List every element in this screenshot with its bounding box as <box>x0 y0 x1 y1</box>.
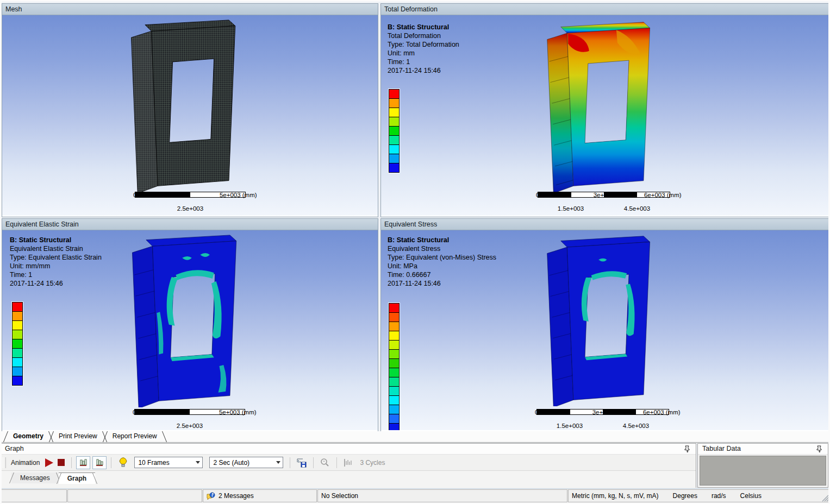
chevron-down-icon <box>273 457 283 468</box>
animation-label: Animation <box>9 459 44 467</box>
resize-grip-icon[interactable] <box>821 494 829 502</box>
color-legend <box>389 303 400 430</box>
viewport-total-deformation-title: Total Deformation <box>381 4 829 15</box>
cycles-icon <box>341 456 355 469</box>
viewport-equivalent-stress-title: Equivalent Stress <box>381 219 829 230</box>
viewport-elastic-strain-canvas[interactable]: B: Static Structural Equivalent Elastic … <box>2 230 378 430</box>
cycles-count-label: 3 Cycles <box>360 459 385 467</box>
tab-print-preview[interactable]: Print Preview <box>51 431 105 442</box>
tab-geometry[interactable]: Geometry <box>5 431 51 442</box>
result-annotation: B: Static Structural Total Deformation T… <box>388 23 459 75</box>
deformation-scale-ruler: 0 3e+003 6e+003 (mm) 1.5e+003 4.5e+003 <box>538 185 670 198</box>
tab-graph[interactable]: Graph <box>59 472 95 484</box>
frames-select[interactable]: 10 Frames <box>134 457 203 468</box>
graph-tab-bar: Messages Graph <box>1 471 696 489</box>
status-segment-empty <box>1 489 67 502</box>
update-contours-icon[interactable] <box>76 456 90 469</box>
strain-model <box>118 232 255 407</box>
play-icon[interactable] <box>45 458 53 467</box>
deformation-model <box>538 20 664 192</box>
export-video-icon[interactable] <box>295 456 309 469</box>
color-legend <box>12 302 23 386</box>
status-units[interactable]: Metric (mm, kg, N, s, mV, mA) Degrees ra… <box>568 489 830 502</box>
viewport-equivalent-stress: Equivalent Stress B: Static Structural E… <box>380 218 829 432</box>
viewport-mesh-canvas[interactable]: 0 5e+003 (mm) 2.5e+003 <box>2 15 378 216</box>
chevron-down-icon <box>193 457 202 468</box>
mesh-scale-ruler: 0 5e+003 (mm) 2.5e+003 <box>135 185 246 198</box>
graph-panel-title: Graph <box>5 445 24 452</box>
update-legend-icon[interactable] <box>92 456 107 469</box>
graph-panel-header: Graph <box>1 444 696 455</box>
pin-icon[interactable] <box>684 445 690 452</box>
result-tracker-icon[interactable] <box>318 456 332 469</box>
tabular-data-header: Tabular Data <box>698 444 828 455</box>
status-messages[interactable]: 2 Messages <box>203 489 317 502</box>
info-icon <box>207 492 215 500</box>
viewport-elastic-strain-title: Equivalent Elastic Strain <box>2 219 378 230</box>
status-selection: No Selection <box>317 489 567 502</box>
status-bar: 2 Messages No Selection Metric (mm, kg, … <box>0 488 830 503</box>
result-annotation: B: Static Structural Equivalent Stress T… <box>388 236 496 288</box>
tabular-data-title: Tabular Data <box>702 445 741 452</box>
color-legend <box>389 89 400 173</box>
stress-scale-ruler: 0 3e+003 6e+003 (mm) 1.5e+003 4.5e+003 <box>536 402 669 415</box>
pin-icon[interactable] <box>816 445 822 452</box>
viewport-equivalent-stress-canvas[interactable]: B: Static Structural Equivalent Stress T… <box>381 230 829 430</box>
graph-panel: Graph Animation 10 Frames <box>0 443 696 488</box>
stress-model <box>538 234 664 406</box>
strain-scale-ruler: 0 5e+003 (mm) 2.5e+003 <box>134 402 245 415</box>
viewport-total-deformation-canvas[interactable]: B: Static Structural Total Deformation T… <box>381 15 829 216</box>
tabular-data-grid[interactable] <box>700 456 826 486</box>
duration-select[interactable]: 2 Sec (Auto) <box>209 457 283 468</box>
view-tab-bar: Geometry Print Preview Report Preview <box>0 431 830 443</box>
animation-toolbar: Animation 10 Frames 2 Sec (Auto) <box>1 455 696 471</box>
toolbar-grip[interactable] <box>3 457 6 468</box>
tab-report-preview[interactable]: Report Preview <box>105 431 165 442</box>
status-segment-empty <box>67 489 202 502</box>
viewport-total-deformation: Total Deformation B: Static Structural T… <box>380 3 829 217</box>
stop-icon[interactable] <box>58 459 65 466</box>
mesh-model <box>117 17 253 192</box>
tab-messages[interactable]: Messages <box>11 472 59 483</box>
lightbulb-icon[interactable] <box>116 456 130 469</box>
viewport-elastic-strain: Equivalent Elastic Strain B: Static Stru… <box>2 218 378 432</box>
tabular-data-panel: Tabular Data <box>697 443 828 488</box>
viewport-mesh-title: Mesh <box>2 4 378 15</box>
viewport-mesh: Mesh 0 5e+003 (mm) 2.5e+003 <box>2 3 378 217</box>
ansys-mechanical-window: Mesh 0 5e+003 (mm) 2.5e+003 Total Deform… <box>0 0 830 504</box>
result-annotation: B: Static Structural Equivalent Elastic … <box>10 236 102 288</box>
